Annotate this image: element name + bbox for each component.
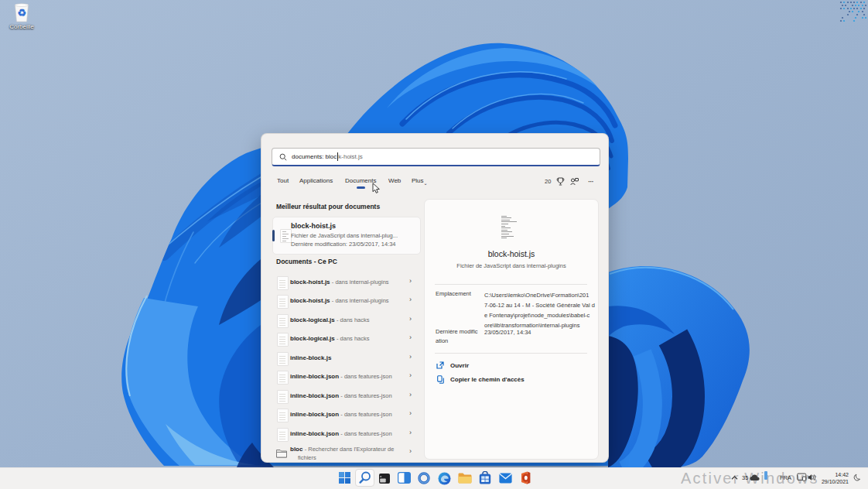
svg-text:♻: ♻ (17, 7, 26, 19)
